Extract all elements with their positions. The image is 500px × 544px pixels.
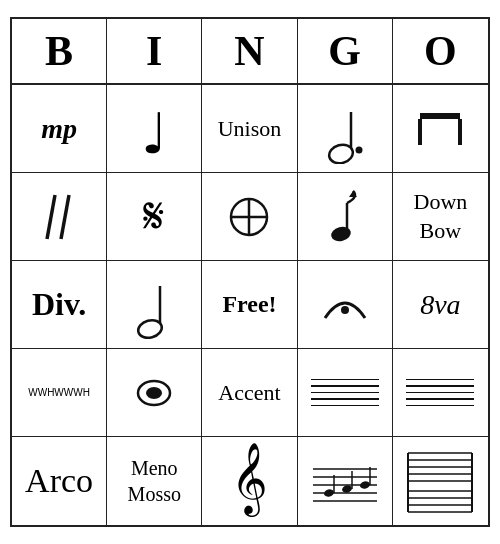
grand-staff [406, 445, 474, 517]
cell-r3c2: Accent [202, 349, 297, 437]
half-note-symbol [134, 270, 174, 340]
cell-r4c4 [393, 437, 488, 525]
cell-r4c2: 𝄞 [202, 437, 297, 525]
dotted-half-note [319, 94, 371, 164]
fermata-symbol [319, 284, 371, 326]
cell-r2c4: 8va [393, 261, 488, 349]
cell-r2c1 [107, 261, 202, 349]
arco-label: Arco [25, 462, 93, 500]
svg-line-6 [47, 195, 55, 239]
segno-symbol: 𝄋 [143, 187, 165, 246]
bingo-header: B I N G O [12, 19, 488, 85]
svg-point-18 [146, 387, 162, 399]
down-bow-symbol [414, 111, 466, 147]
snap-pizz-symbol [327, 189, 363, 245]
staff-lines-1 [311, 374, 379, 412]
staff-lines-2 [406, 374, 474, 412]
caesura-symbol [37, 189, 81, 245]
wwh-label: WWHWWWH [28, 387, 90, 398]
cell-r4c3 [298, 437, 393, 525]
accent-label: Accent [218, 380, 280, 406]
bingo-card: B I N G O mp ♩ Unison [10, 17, 490, 527]
cell-r0c3 [298, 85, 393, 173]
cell-r0c1: ♩ [107, 85, 202, 173]
sul-pont-symbol [226, 194, 272, 240]
svg-point-2 [355, 146, 362, 153]
cell-r1c1: 𝄋 [107, 173, 202, 261]
cell-r2c0: Div. [12, 261, 107, 349]
svg-point-12 [329, 224, 352, 243]
whole-note-symbol [134, 376, 174, 410]
cell-r4c1: MenoMosso [107, 437, 202, 525]
quarter-note-symbol: ♩ [141, 106, 167, 162]
svg-point-24 [323, 488, 334, 497]
header-i: I [107, 19, 202, 83]
cell-r1c4: DownBow [393, 173, 488, 261]
mp-marking: mp [41, 113, 77, 145]
cell-r3c1 [107, 349, 202, 437]
cell-r0c4 [393, 85, 488, 173]
header-n: N [202, 19, 297, 83]
unison-label: Unison [218, 116, 282, 142]
cell-r1c0 [12, 173, 107, 261]
cell-r3c3 [298, 349, 393, 437]
8va-label: 8va [420, 289, 460, 321]
bingo-grid: mp ♩ Unison [12, 85, 488, 525]
div-label: Div. [32, 286, 86, 323]
header-o: O [393, 19, 488, 83]
cell-r0c2: Unison [202, 85, 297, 173]
header-b: B [12, 19, 107, 83]
header-g: G [298, 19, 393, 83]
staff-with-notes [311, 449, 379, 513]
cell-r0c0: mp [12, 85, 107, 173]
cell-r3c0: WWHWWWH [12, 349, 107, 437]
cell-r1c2 [202, 173, 297, 261]
cell-r4c0: Arco [12, 437, 107, 525]
svg-point-28 [359, 480, 370, 489]
treble-clef-symbol: 𝄞 [231, 451, 268, 507]
svg-point-16 [341, 306, 349, 314]
svg-line-7 [61, 195, 69, 239]
down-bow-text: DownBow [414, 188, 468, 245]
cell-r2c3 [298, 261, 393, 349]
cell-r1c3 [298, 173, 393, 261]
meno-mosso-label: MenoMosso [128, 455, 181, 507]
svg-rect-3 [420, 113, 460, 119]
free-label: Free! [222, 291, 276, 318]
cell-r3c4 [393, 349, 488, 437]
cell-r2c2: Free! [202, 261, 297, 349]
